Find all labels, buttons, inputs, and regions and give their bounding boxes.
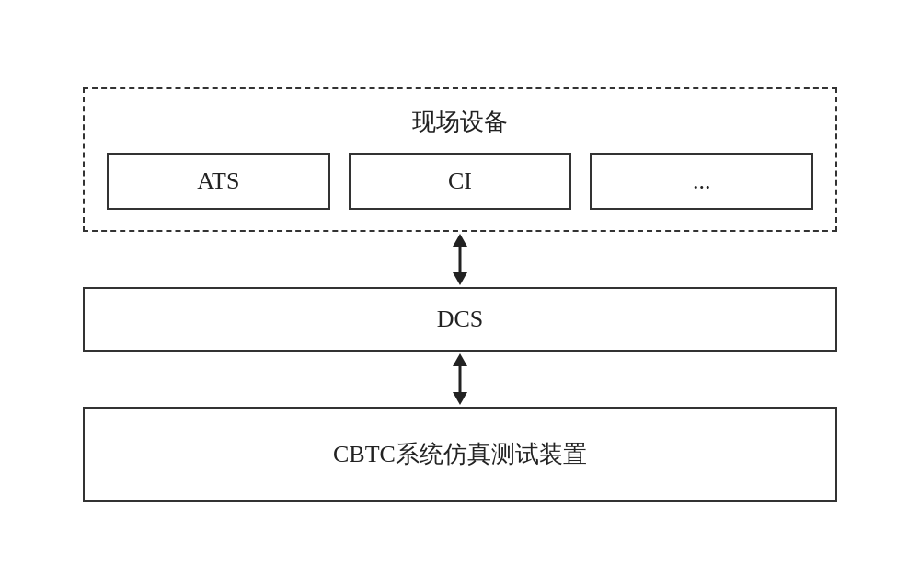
svg-rect-4 [459, 365, 462, 393]
field-devices-title: 现场设备 [107, 106, 813, 138]
ellipsis-box: ... [590, 153, 813, 210]
bidirectional-arrow-icon [449, 234, 471, 285]
bidirectional-arrow-2-icon [449, 353, 471, 405]
ellipsis-label: ... [693, 167, 711, 194]
svg-marker-5 [453, 392, 467, 405]
cbtc-label: CBTC系统仿真测试装置 [333, 441, 587, 467]
cbtc-box: CBTC系统仿真测试装置 [83, 407, 837, 502]
arrow-2 [449, 352, 471, 407]
diagram: 现场设备 ATS CI ... DCS [83, 87, 837, 502]
svg-marker-0 [453, 234, 467, 247]
ats-box: ATS [107, 153, 330, 210]
dcs-box: DCS [83, 287, 837, 352]
svg-marker-3 [453, 353, 467, 366]
svg-marker-2 [453, 272, 467, 285]
ci-box: CI [349, 153, 572, 210]
dcs-label: DCS [437, 306, 484, 332]
arrow-1 [449, 232, 471, 287]
svg-rect-1 [459, 246, 462, 273]
field-devices-box: 现场设备 ATS CI ... [83, 87, 837, 232]
ats-label: ATS [197, 167, 239, 194]
ci-label: CI [448, 167, 472, 194]
field-devices-boxes-row: ATS CI ... [107, 153, 813, 210]
